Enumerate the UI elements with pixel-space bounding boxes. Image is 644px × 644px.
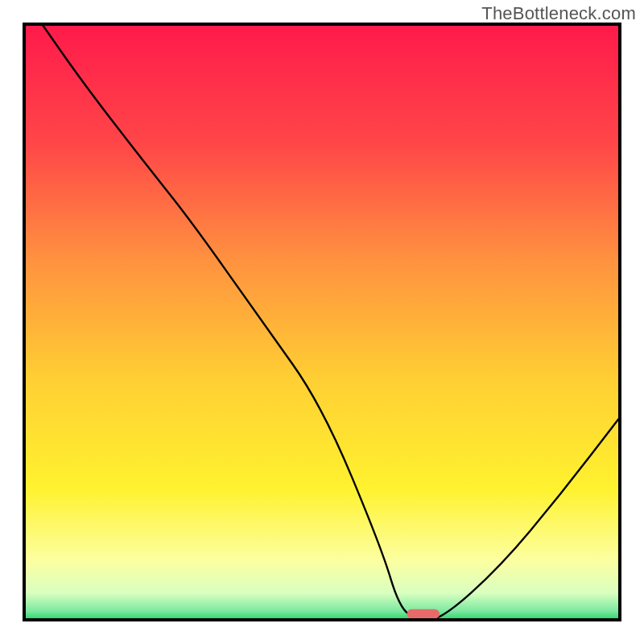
optimal-marker xyxy=(407,609,440,619)
chart-canvas xyxy=(0,0,644,644)
chart-frame: TheBottleneck.com xyxy=(0,0,644,644)
watermark-text: TheBottleneck.com xyxy=(481,3,636,24)
